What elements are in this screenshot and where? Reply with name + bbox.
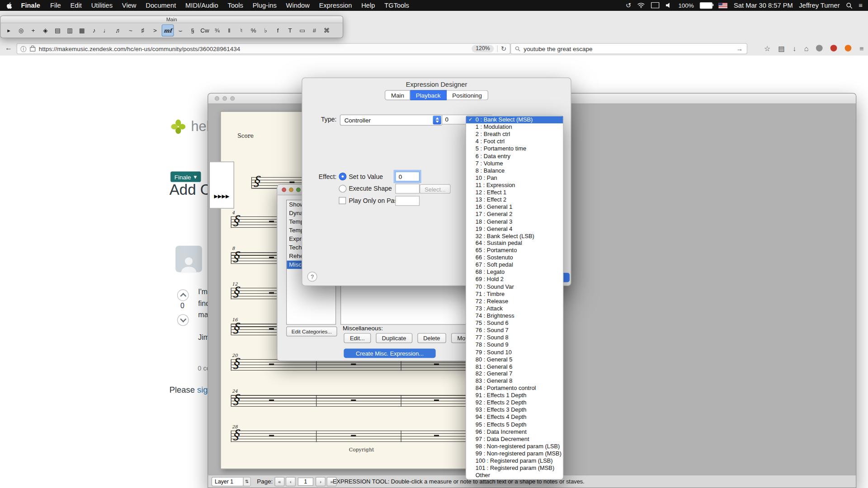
downloads-icon[interactable]: ↓ [793,44,797,52]
vote-down-button[interactable] [177,314,189,326]
edit-categories-button[interactable]: Edit Categories... [286,326,337,336]
selection-action-button[interactable]: Delete [417,333,446,343]
controller-menu-item[interactable]: 13 : Effect 2 [466,196,563,203]
play-only-checkbox[interactable] [339,197,346,204]
spotlight-search-icon[interactable] [846,2,853,9]
speedy-entry-tool-icon[interactable]: ♩ [101,25,112,36]
controller-menu-item[interactable]: 81 : General 6 [466,363,563,370]
key-signature-tool-icon[interactable]: ▦ [76,25,87,36]
controller-menu-item[interactable]: 77 : Sound 8 [466,334,563,341]
controller-menu-item[interactable]: 12 : Effect 1 [466,189,563,196]
controller-menu-item[interactable]: 5 : Portamento time [466,145,563,152]
advanced-tools-icon[interactable]: ⌘ [321,25,332,36]
window-minimize-button[interactable] [289,188,293,192]
set-value-field[interactable]: 0 [395,172,420,182]
apple-icon[interactable] [5,2,13,9]
articulation-tool-icon[interactable]: > [150,25,160,36]
controller-menu-item[interactable]: 72 : Release [466,297,563,305]
menubar-menu[interactable]: Window [286,1,310,9]
custom-tool-icon[interactable]: Cw [199,25,210,36]
type-popup-button[interactable]: Controller [340,114,443,125]
play-only-label[interactable]: Play Only on Pass [349,197,401,204]
controller-menu-item[interactable]: 68 : Legato [466,268,563,276]
product-badge[interactable]: Finale ▾ [170,172,201,182]
vote-up-button[interactable] [177,289,189,301]
staff-tool-icon[interactable]: ▤ [52,25,63,36]
execute-shape-label[interactable]: Execute Shape [349,185,392,192]
set-to-value-radio[interactable] [339,173,346,180]
playback-tool-icon[interactable]: ◈ [40,25,51,36]
controller-menu-item[interactable]: 11 : Expression [466,182,563,189]
controller-menu-item[interactable]: 97 : Data Decrement [466,435,563,442]
menubar-menu[interactable]: Plug-ins [253,1,277,9]
address-bar[interactable]: ⓘ https://makemusic.zendesk.com/hc/en-us… [17,43,510,54]
active-app-menu[interactable]: Finale [21,1,40,9]
controller-menu-item[interactable]: 69 : Hold 2 [466,276,563,283]
repeat-tool-icon[interactable]: ‖ [224,25,235,36]
designer-tab[interactable]: Positioning [447,90,488,100]
designer-tab[interactable]: Playback [410,90,447,100]
menubar-menu[interactable]: File [50,1,61,9]
palette-title[interactable]: Main [0,16,343,23]
staff-system[interactable]: 24 § [231,389,489,424]
site-info-icon[interactable]: ⓘ [20,45,26,53]
expression-tool-icon[interactable]: mf [162,24,174,37]
mirror-tool-icon[interactable]: % [248,25,259,36]
controller-menu-item[interactable]: 65 : Portamento [466,247,563,254]
simple-entry-tool-icon[interactable]: ♪ [89,25,99,36]
controller-menu-item[interactable]: Other [466,472,563,479]
signin-link[interactable]: sig [197,385,208,394]
first-page-button[interactable]: « [274,477,284,487]
battery-percent[interactable]: 100% [678,2,693,9]
controller-menu-item[interactable]: 78 : Sound 9 [466,341,563,348]
chord-tool-icon[interactable]: ♯ [137,25,148,36]
controller-menu-item[interactable]: 93 : Effects 3 Depth [466,406,563,413]
staff[interactable]: § [231,395,489,407]
controller-menu-item[interactable]: 94 : Effects 4 Depth [466,413,563,421]
create-misc-expression-button[interactable]: Create Misc. Expression... [344,348,435,358]
search-input[interactable]: youtube the great escape → [510,43,747,54]
window-zoom-button[interactable] [230,96,235,101]
menubar-menu[interactable]: Expression [319,1,352,9]
wifi-icon[interactable] [637,2,645,8]
controller-menu-item[interactable]: 96 : Data Increment [466,428,563,435]
text-tool-icon[interactable]: T [284,25,295,36]
note-mover-tool-icon[interactable]: ♮ [236,25,247,36]
extension-icon[interactable] [816,45,823,52]
menubar-menu[interactable]: Document [146,1,176,9]
controller-menu-item[interactable]: 19 : General 4 [466,225,563,232]
layer-stepper-icon[interactable]: ⇅ [243,478,250,486]
reload-button[interactable]: ↻ [501,45,506,52]
controller-menu-item[interactable]: 6 : Data entry [466,152,563,160]
dynamics-tool-icon[interactable]: f [272,25,283,36]
library-icon[interactable]: ▤ [778,44,785,52]
controller-menu-item[interactable]: 76 : Sound 7 [466,327,563,334]
staff[interactable]: § [231,431,489,442]
menubar-menu[interactable]: MIDI/Audio [185,1,218,9]
tie-tool-icon[interactable]: ⌣ [175,25,186,36]
select-shape-button[interactable]: Select... [420,184,451,194]
controller-menu-item[interactable]: 100 : Registered param (LSB) [466,457,563,465]
window-close-button[interactable] [215,96,219,101]
time-signature-tool-icon[interactable]: ¾ [212,25,222,36]
controller-menu-item[interactable]: 64 : Sustain pedal [466,239,563,247]
display-icon[interactable] [651,2,659,8]
adblock-icon[interactable] [830,45,837,52]
controller-menu-item[interactable]: 92 : Effects 2 Depth [466,399,563,406]
controller-menu-item[interactable]: 75 : Sound 6 [466,319,563,327]
controller-menu-item[interactable]: 70 : Sound Var [466,283,563,290]
controller-menu-item[interactable]: 66 : Sostenuto [466,254,563,261]
volume-icon[interactable] [665,2,672,8]
time-machine-icon[interactable]: ↺ [626,1,631,9]
clef-tool-icon[interactable]: § [187,25,198,36]
zoom-level-badge[interactable]: 120% [472,45,494,52]
controller-menu-item[interactable]: 17 : General 2 [466,211,563,218]
search-go-icon[interactable]: → [736,45,743,52]
execute-shape-radio[interactable] [339,185,346,192]
shape-value-field[interactable] [395,184,420,194]
account-icon[interactable] [845,45,852,52]
controller-menu-item[interactable]: 83 : General 8 [466,377,563,385]
pass-value-field[interactable] [395,196,420,206]
controller-menu-item[interactable]: 71 : Timbre [466,290,563,297]
window-minimize-button[interactable] [222,96,227,101]
